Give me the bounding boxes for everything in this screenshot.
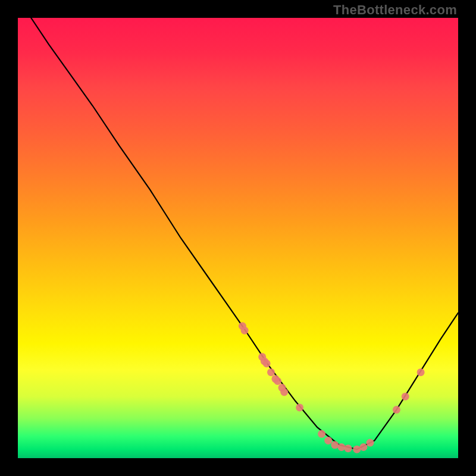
- marker-dot: [359, 443, 367, 451]
- marker-dot: [241, 327, 249, 334]
- watermark-text: TheBottleneck.com: [333, 2, 457, 18]
- marker-dot: [417, 368, 425, 376]
- marker-dot: [353, 446, 361, 453]
- marker-group: [239, 322, 425, 453]
- marker-dot: [402, 393, 409, 400]
- marker-dot: [258, 353, 266, 361]
- marker-dot: [274, 377, 281, 385]
- marker-dot: [296, 403, 303, 411]
- marker-dot: [261, 358, 268, 365]
- marker-dot: [318, 430, 325, 438]
- chart-svg: [18, 18, 458, 458]
- chart-stage: TheBottleneck.com: [0, 0, 476, 476]
- marker-dot: [324, 437, 332, 444]
- marker-dot: [271, 375, 279, 383]
- marker-dot: [263, 359, 271, 367]
- marker-dot: [393, 406, 400, 414]
- marker-dot: [278, 384, 286, 392]
- plot-area: [18, 18, 458, 458]
- marker-dot: [280, 389, 288, 396]
- marker-dot: [345, 444, 352, 452]
- marker-dot: [367, 439, 374, 447]
- marker-dot: [331, 441, 339, 449]
- bottleneck-curve: [31, 18, 458, 449]
- marker-dot: [239, 322, 246, 330]
- marker-dot: [337, 443, 345, 451]
- marker-dot: [267, 368, 275, 376]
